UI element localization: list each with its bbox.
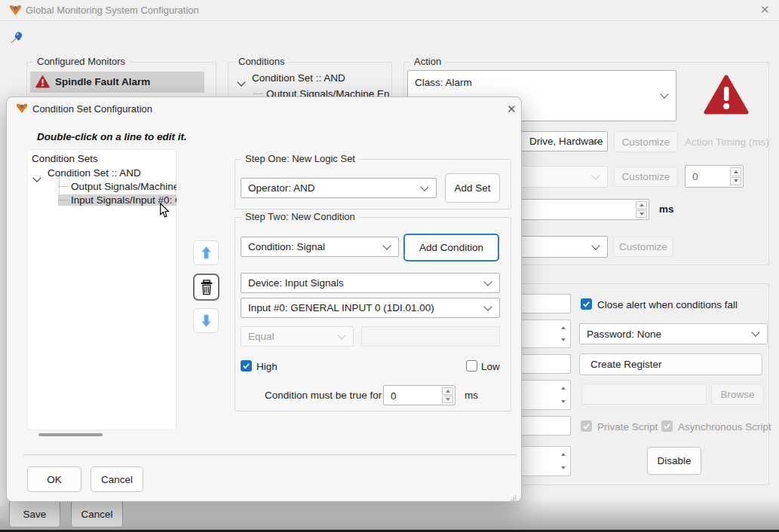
chevron-down-icon bbox=[591, 171, 600, 179]
condition-tree[interactable]: Condition Sets Condition Set :: AND Outp… bbox=[27, 149, 176, 430]
chevron-down-icon bbox=[483, 302, 492, 310]
tree-set-node[interactable]: Condition Set :: AND bbox=[48, 167, 174, 179]
tree-hscrollbar[interactable] bbox=[38, 433, 103, 436]
add-set-button[interactable]: Add Set bbox=[445, 173, 500, 203]
checkmark-icon bbox=[582, 300, 590, 308]
action-timing-label: Action Timing (ms) bbox=[685, 136, 769, 148]
action-label: Action bbox=[410, 56, 445, 67]
spin-down-icon[interactable] bbox=[636, 210, 647, 219]
true-for-label: Condition must be true for bbox=[265, 390, 382, 401]
move-down-button[interactable] bbox=[193, 308, 219, 333]
chevron-down-icon bbox=[382, 241, 391, 249]
footer-cancel-button[interactable]: Cancel bbox=[71, 500, 123, 527]
arrow-up-icon bbox=[201, 246, 212, 260]
chevron-down-icon bbox=[660, 90, 668, 98]
chevron-down-icon bbox=[591, 241, 600, 249]
customize-button-3[interactable]: Customize bbox=[613, 237, 673, 257]
customize-button-2[interactable]: Customize bbox=[614, 167, 678, 187]
action-timing-spinner[interactable]: 0 bbox=[685, 165, 744, 188]
tree-root-node[interactable]: Condition Sets bbox=[32, 153, 173, 164]
script-path-field[interactable] bbox=[581, 384, 707, 405]
conditions-label: Conditions bbox=[235, 56, 288, 67]
mouse-cursor bbox=[159, 203, 170, 222]
chevron-down-icon bbox=[751, 328, 759, 336]
low-checkbox[interactable] bbox=[466, 360, 477, 371]
chevron-down-icon bbox=[337, 331, 345, 339]
spin-down-icon[interactable] bbox=[442, 396, 453, 403]
configured-monitors-label: Configured Monitors bbox=[33, 56, 129, 67]
duration-spinner[interactable]: 0 bbox=[383, 385, 455, 405]
move-up-button[interactable] bbox=[193, 240, 219, 265]
arrow-down-icon bbox=[201, 313, 212, 328]
delete-button[interactable] bbox=[193, 274, 219, 301]
comparison-value-field[interactable] bbox=[361, 326, 500, 347]
tree-expand-chevron-icon[interactable] bbox=[34, 170, 40, 184]
alarm-warning-icon-large bbox=[704, 74, 749, 119]
tree-child-output[interactable]: Output Signals/Machine Ena bbox=[58, 181, 176, 192]
password-combo[interactable]: Password: None bbox=[579, 323, 768, 344]
checkmark-icon bbox=[663, 422, 671, 430]
conditions-tree-root[interactable]: Condition Set :: AND bbox=[252, 72, 389, 84]
spin-down-icon[interactable] bbox=[730, 177, 741, 186]
pin-icon[interactable] bbox=[9, 30, 24, 45]
dialog-divider bbox=[23, 454, 517, 455]
window-close-button[interactable]: ✕ bbox=[760, 4, 770, 15]
spin-up-icon[interactable] bbox=[442, 387, 453, 395]
high-label: High bbox=[256, 361, 278, 372]
disable-button[interactable]: Disable bbox=[647, 447, 701, 475]
signal-input-combo[interactable]: Input #0: GENERAL INPUT 0 (1DI.01.00) bbox=[241, 298, 500, 318]
operator-combo[interactable]: Operator: AND bbox=[241, 178, 437, 198]
dialog-resize-grip[interactable] bbox=[511, 491, 517, 504]
dialog-cancel-button[interactable]: Cancel bbox=[90, 466, 143, 492]
dialog-title: Condition Set Configuration bbox=[32, 103, 152, 115]
async-script-label: Asynchronous Script bbox=[678, 421, 771, 433]
device-combo[interactable]: Device: Input Signals bbox=[241, 273, 500, 293]
comparison-combo[interactable]: Equal bbox=[241, 326, 354, 347]
ok-button[interactable]: OK bbox=[27, 466, 81, 492]
chevron-down-icon bbox=[420, 182, 428, 191]
monitor-item-label: Spindle Fault Alarm bbox=[55, 76, 150, 87]
private-script-label: Private Script bbox=[597, 421, 658, 433]
high-checkbox[interactable] bbox=[241, 360, 252, 371]
create-register-button[interactable]: Create Register bbox=[579, 353, 762, 375]
close-alert-checkbox[interactable] bbox=[581, 298, 592, 310]
save-button[interactable]: Save bbox=[9, 500, 60, 527]
browse-button[interactable]: Browse bbox=[711, 384, 764, 405]
async-script-checkbox[interactable] bbox=[661, 420, 673, 432]
monitor-list-item[interactable]: Spindle Fault Alarm bbox=[30, 72, 204, 93]
tree-expand-chevron-icon[interactable] bbox=[238, 75, 244, 88]
dialog-hint: Double-click on a line to edit it. bbox=[37, 131, 187, 142]
trash-icon bbox=[199, 279, 214, 296]
close-alert-label: Close alert when conditions fall bbox=[597, 299, 738, 310]
step-one-label: Step One: New Logic Set bbox=[241, 153, 359, 164]
spin-up-icon[interactable] bbox=[730, 167, 741, 176]
low-label: Low bbox=[481, 361, 500, 372]
alarm-warning-icon bbox=[35, 75, 50, 91]
chevron-down-icon bbox=[483, 277, 492, 286]
checkmark-icon bbox=[242, 362, 250, 370]
duration-ms-label: ms bbox=[465, 390, 478, 401]
app-window: Global Monitoring System Configuration ✕… bbox=[0, 0, 779, 532]
checkmark-icon bbox=[582, 422, 590, 430]
spin-up-icon[interactable] bbox=[636, 201, 647, 209]
dialog-close-button[interactable]: ✕ bbox=[507, 103, 517, 115]
customize-button-1[interactable]: Customize bbox=[614, 131, 678, 152]
condition-set-dialog: Condition Set Configuration ✕ Double-cli… bbox=[6, 96, 522, 502]
titlebar-divider bbox=[0, 20, 779, 21]
window-title: Global Monitoring System Configuration bbox=[26, 5, 199, 16]
private-script-checkbox[interactable] bbox=[581, 420, 592, 432]
add-condition-button[interactable]: Add Condition bbox=[403, 234, 499, 261]
dialog-logo-icon bbox=[16, 102, 28, 115]
app-logo-icon bbox=[9, 4, 22, 17]
condition-type-combo[interactable]: Condition: Signal bbox=[241, 237, 399, 257]
ms-label: ms bbox=[659, 203, 674, 215]
step-two-label: Step Two: New Condition bbox=[241, 211, 359, 222]
